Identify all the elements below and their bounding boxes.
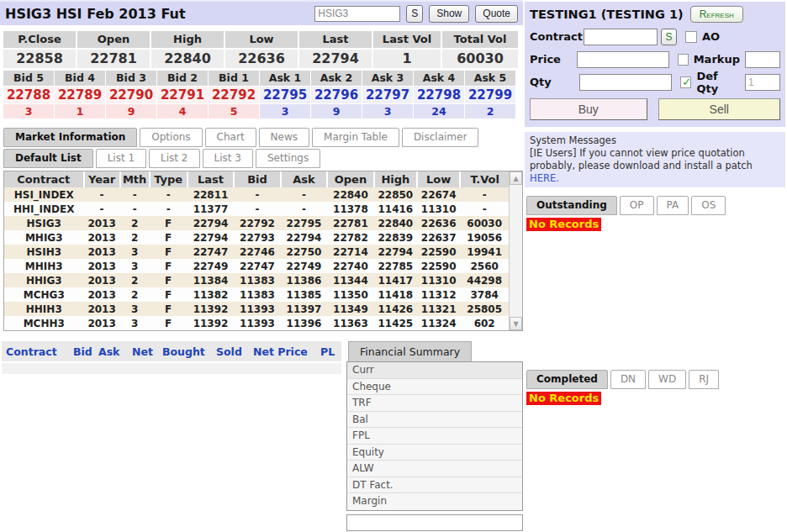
quote-value-cell: 1	[373, 50, 441, 68]
table-row[interactable]: MHIG320132F22794227932279422782228392263…	[4, 230, 509, 245]
contract-search-button[interactable]: S	[661, 29, 677, 45]
market-cell: 2560	[460, 259, 509, 273]
ask-volume: 3	[362, 104, 413, 119]
market-cell: 44298	[460, 273, 509, 287]
market-cell: -	[84, 202, 120, 216]
tab-disclaimer[interactable]: Disclaimer	[402, 128, 478, 147]
market-cell: 22714	[327, 245, 373, 259]
show-button[interactable]: Show	[429, 5, 469, 23]
contract-input[interactable]	[584, 29, 658, 45]
table-row[interactable]: HSIH320133F22747227462275022714227942259…	[4, 245, 509, 259]
market-cell: 2	[120, 230, 150, 245]
market-cell: 602	[460, 316, 509, 330]
symbol-search-button[interactable]: S	[406, 5, 423, 23]
refresh-button[interactable]: Refresh	[690, 6, 743, 23]
tab-margin-table[interactable]: Margin Table	[312, 128, 399, 147]
tab-chart[interactable]: Chart	[205, 128, 256, 147]
tab-rj[interactable]: RJ	[689, 370, 719, 389]
financial-item-fpl: FPL	[347, 428, 522, 445]
buy-button[interactable]: Buy	[530, 98, 647, 120]
bid-price[interactable]: 22792	[209, 87, 259, 103]
bid-volume: 3	[3, 104, 54, 119]
tab-outstanding[interactable]: Outstanding	[526, 196, 617, 215]
markup-checkbox[interactable]	[678, 54, 689, 66]
tab-financial-summary[interactable]: Financial Summary	[348, 341, 472, 361]
market-cell: 3	[120, 302, 150, 316]
bid-price[interactable]: 22788	[3, 87, 54, 103]
tab-list-2[interactable]: List 2	[149, 149, 199, 168]
price-input[interactable]	[577, 51, 669, 68]
depth-header-cell: Ask 1	[260, 71, 310, 86]
market-cell: 11310	[417, 202, 460, 216]
table-row[interactable]: HSI_INDEX---22811--228402285022674-	[4, 187, 509, 202]
tab-settings[interactable]: Settings	[256, 149, 320, 168]
tab-completed[interactable]: Completed	[526, 370, 608, 389]
market-cell: 11416	[374, 202, 417, 216]
tab-default-list[interactable]: Default List	[3, 149, 93, 168]
quote-header-cell: Low	[225, 31, 298, 48]
tab-wd[interactable]: WD	[648, 370, 686, 389]
tab-op[interactable]: OP	[620, 196, 654, 215]
trading-app: HSIG3 HSI Feb 2013 Fut S Show Quote P.Cl…	[0, 0, 787, 532]
bid-price[interactable]: 22789	[55, 87, 105, 103]
market-cell: 11386	[281, 273, 327, 287]
ask-price[interactable]: 22798	[414, 87, 464, 103]
ask-price[interactable]: 22799	[465, 87, 515, 103]
market-cell: 22636	[417, 216, 460, 230]
scroll-down-icon[interactable]: ▼	[510, 317, 522, 330]
market-cell: HSI_INDEX	[4, 187, 84, 202]
market-table-container: ContractYearMthTypeLastBidAskOpenHighLow…	[3, 171, 523, 331]
market-cell: F	[150, 259, 188, 273]
market-cell: 11383	[234, 273, 280, 287]
market-cell: 11385	[281, 287, 327, 302]
market-cell: -	[460, 187, 509, 202]
def-qty-input[interactable]	[745, 74, 780, 91]
markup-input[interactable]	[745, 51, 780, 68]
market-cell: -	[281, 187, 327, 202]
market-cell: 19941	[460, 245, 509, 259]
ask-price[interactable]: 22796	[311, 87, 362, 103]
financial-summary-list: CurrChequeTRFBalFPLEquityALWDT Fact.Marg…	[346, 361, 523, 511]
tab-market-information[interactable]: Market Information	[3, 128, 137, 147]
tab-os[interactable]: OS	[691, 196, 726, 215]
depth-header-cell: Ask 4	[414, 71, 464, 86]
table-row[interactable]: HHIH320133F11392113931139711349114261132…	[4, 302, 509, 316]
positions-col-header: Bid	[69, 345, 94, 358]
ask-price[interactable]: 22797	[362, 87, 413, 103]
depth-header-cell: Bid 2	[157, 71, 208, 86]
financial-item-cheque: Cheque	[347, 379, 522, 396]
symbol-input[interactable]	[314, 6, 400, 22]
market-cell: 22590	[417, 259, 460, 273]
system-messages-line1: [IE Users] If you cannot view price quot…	[530, 147, 780, 160]
tab-list-1[interactable]: List 1	[96, 149, 146, 168]
bid-price[interactable]: 22791	[157, 87, 208, 103]
patch-link[interactable]: HERE.	[530, 172, 559, 184]
qty-input[interactable]	[579, 74, 672, 91]
ask-price[interactable]: 22795	[260, 87, 310, 103]
table-row[interactable]: MHIH320133F22749227472274922740227852259…	[4, 259, 509, 273]
bid-price[interactable]: 22790	[106, 87, 156, 103]
def-qty-checkbox[interactable]	[680, 76, 691, 88]
market-cell: 2	[120, 216, 150, 230]
market-cell: 22782	[327, 230, 373, 245]
table-scrollbar[interactable]: ▲ ▼	[509, 171, 522, 330]
table-row[interactable]: MCHH320133F11392113931139611363114251132…	[4, 316, 509, 330]
tab-options[interactable]: Options	[140, 128, 202, 147]
table-row[interactable]: HHI_INDEX---11377--113781141611310-	[4, 202, 509, 216]
tab-list-3[interactable]: List 3	[203, 149, 253, 168]
scroll-up-icon[interactable]: ▲	[510, 171, 522, 185]
tab-dn[interactable]: DN	[610, 370, 646, 389]
sell-button[interactable]: Sell	[658, 98, 780, 120]
tab-news[interactable]: News	[259, 128, 309, 147]
table-row[interactable]: HSIG320132F22794227922279522781228402263…	[4, 216, 509, 230]
quote-button[interactable]: Quote	[475, 5, 518, 23]
ao-checkbox[interactable]	[685, 31, 697, 43]
tab-pa[interactable]: PA	[657, 196, 689, 215]
market-cell: F	[150, 216, 188, 230]
table-row[interactable]: MCHG320132F11382113831138511350114181131…	[4, 287, 509, 302]
positions-col-header: Ask	[94, 345, 128, 358]
table-row[interactable]: HHIG320132F11384113831138611344114171131…	[4, 273, 509, 287]
market-col-header: Low	[417, 171, 460, 187]
market-cell: 11363	[327, 316, 373, 330]
quote-value-cell: 22840	[151, 50, 224, 68]
